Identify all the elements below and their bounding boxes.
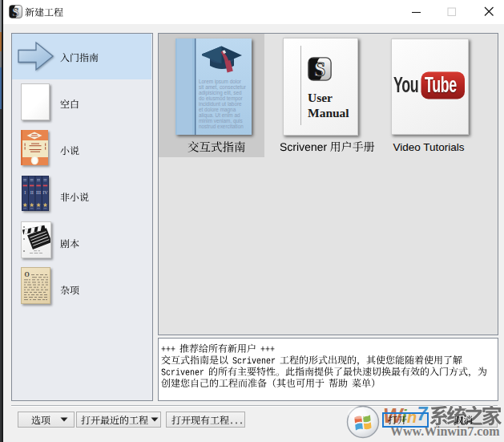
svg-text:II: II (30, 190, 34, 195)
svg-text:IV: IV (42, 190, 48, 195)
svg-text:S: S (12, 6, 18, 18)
svg-text:I: I (24, 190, 26, 195)
svg-text:S: S (314, 58, 325, 81)
svg-text:III: III (36, 190, 41, 195)
svg-text:O: O (25, 271, 30, 278)
